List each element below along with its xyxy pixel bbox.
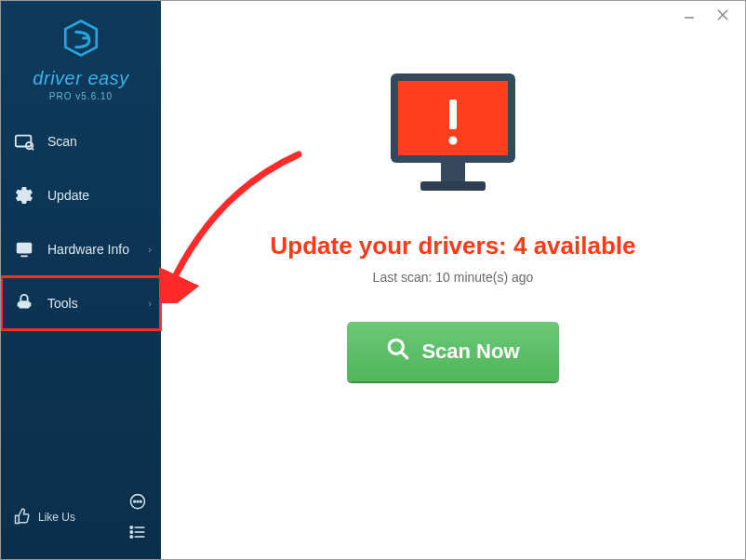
- svg-point-17: [140, 500, 142, 502]
- sidebar-footer: Like Us: [1, 479, 161, 559]
- svg-rect-13: [29, 302, 32, 307]
- alert-monitor-icon: [374, 66, 532, 209]
- svg-point-22: [130, 536, 133, 539]
- chevron-right-icon: ›: [148, 244, 152, 255]
- svg-line-7: [32, 148, 33, 150]
- svg-point-15: [134, 500, 136, 502]
- scan-now-button[interactable]: Scan Now: [347, 322, 558, 381]
- sidebar: driver easy PRO v5.6.10 Scan: [1, 1, 161, 559]
- svg-rect-12: [18, 302, 20, 307]
- footer-icons: [127, 492, 148, 542]
- app-logo-icon: [60, 18, 101, 62]
- last-scan-text: Last scan: 10 minute(s) ago: [373, 270, 534, 285]
- feedback-icon[interactable]: [127, 492, 148, 513]
- svg-marker-3: [65, 21, 96, 56]
- sidebar-item-update[interactable]: Update: [1, 168, 161, 222]
- like-us-label: Like Us: [38, 511, 75, 524]
- svg-rect-28: [449, 100, 457, 129]
- like-us-button[interactable]: Like Us: [14, 508, 75, 527]
- svg-point-18: [130, 527, 133, 529]
- svg-rect-26: [441, 163, 465, 181]
- svg-point-20: [130, 531, 133, 534]
- headline-text: Update your drivers: 4 available: [270, 232, 635, 260]
- svg-point-16: [137, 500, 139, 502]
- svg-text:i: i: [23, 244, 25, 252]
- last-scan-value: 10 minute(s) ago: [435, 270, 533, 285]
- scan-icon: [14, 131, 34, 152]
- app-window: driver easy PRO v5.6.10 Scan: [0, 0, 746, 560]
- thumbs-up-icon: [14, 508, 31, 527]
- svg-rect-5: [16, 136, 32, 147]
- sidebar-item-hardware-info[interactable]: i Hardware Info ›: [1, 222, 161, 276]
- minimize-button[interactable]: [678, 4, 700, 26]
- svg-line-31: [402, 353, 407, 358]
- svg-rect-11: [20, 300, 30, 308]
- search-icon: [386, 337, 410, 367]
- sidebar-item-tools[interactable]: Tools ›: [1, 276, 161, 330]
- app-name: driver easy: [1, 68, 161, 89]
- main-content: Update your drivers: 4 available Last sc…: [161, 1, 745, 559]
- sidebar-item-label: Hardware Info: [47, 242, 129, 257]
- sidebar-item-label: Tools: [47, 296, 78, 311]
- menu-icon[interactable]: [127, 522, 148, 542]
- svg-rect-27: [420, 181, 486, 191]
- logo-area: driver easy PRO v5.6.10: [1, 1, 161, 114]
- sidebar-item-scan[interactable]: Scan: [1, 114, 161, 168]
- sidebar-item-label: Update: [47, 188, 89, 203]
- hardware-icon: i: [14, 239, 34, 260]
- svg-rect-9: [20, 255, 27, 257]
- app-version: PRO v5.6.10: [1, 91, 161, 101]
- titlebar: [678, 1, 745, 29]
- close-button[interactable]: [712, 4, 734, 26]
- tools-icon: [14, 293, 34, 313]
- last-scan-prefix: Last scan:: [373, 270, 436, 285]
- sidebar-nav: Scan Update i Hardware: [1, 114, 161, 479]
- chevron-right-icon: ›: [148, 298, 152, 309]
- gear-icon: [14, 185, 34, 206]
- svg-point-29: [449, 137, 458, 145]
- scan-button-label: Scan Now: [421, 340, 519, 364]
- sidebar-item-label: Scan: [47, 134, 77, 149]
